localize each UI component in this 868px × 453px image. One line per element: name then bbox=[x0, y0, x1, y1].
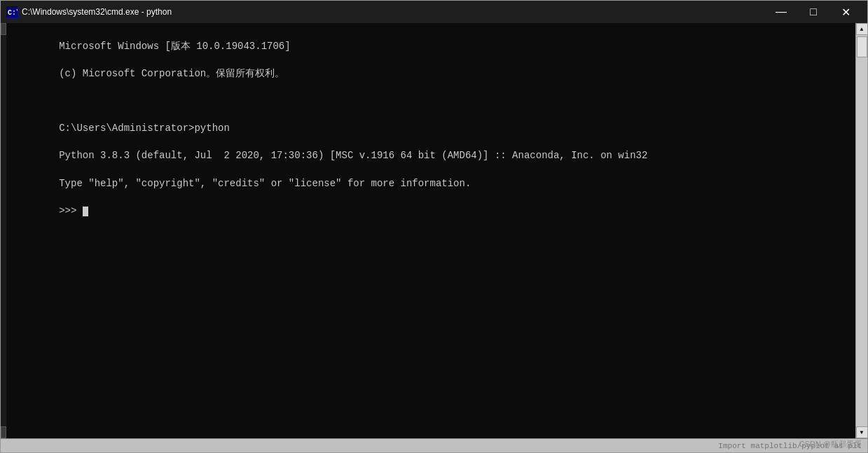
title-bar-left: C:\ C:\Windows\system32\cmd.exe - python bbox=[6, 6, 172, 18]
svg-text:C:\: C:\ bbox=[8, 9, 18, 17]
left-scrollbar[interactable] bbox=[1, 23, 6, 438]
line-windows-version: Microsoft Windows [版本 10.0.19043.1706] bbox=[59, 41, 290, 52]
scroll-track[interactable] bbox=[856, 35, 868, 426]
console-area: Microsoft Windows [版本 10.0.19043.1706] (… bbox=[1, 23, 867, 438]
line-ms-corp: (c) Microsoft Corporation。保留所有权利。 bbox=[59, 68, 284, 79]
window-controls: — □ ✕ bbox=[765, 1, 862, 23]
minimize-button[interactable]: — bbox=[765, 1, 797, 23]
left-scroll-up[interactable] bbox=[1, 23, 6, 35]
maximize-button[interactable]: □ bbox=[797, 1, 829, 23]
left-scroll-down[interactable] bbox=[1, 426, 6, 438]
bottom-bar: Import matplotlib/pyplot as plt CSDN @瓶邪… bbox=[1, 438, 867, 452]
line-python-version: Python 3.8.3 (default, Jul 2 2020, 17:30… bbox=[59, 150, 647, 161]
line-type-help: Type "help", "copyright", "credits" or "… bbox=[59, 178, 471, 189]
console-output: Microsoft Windows [版本 10.0.19043.1706] (… bbox=[12, 26, 850, 232]
cmd-icon: C:\ bbox=[6, 6, 18, 18]
cursor-blink bbox=[83, 207, 88, 216]
close-button[interactable]: ✕ bbox=[829, 1, 862, 23]
cmd-window: C:\ C:\Windows\system32\cmd.exe - python… bbox=[0, 0, 868, 453]
title-bar: C:\ C:\Windows\system32\cmd.exe - python… bbox=[1, 1, 867, 23]
scroll-thumb[interactable] bbox=[857, 36, 867, 57]
scroll-down-button[interactable]: ▼ bbox=[856, 426, 868, 438]
import-text: Import matplotlib/pyplot as plt bbox=[718, 442, 862, 450]
console-content[interactable]: Microsoft Windows [版本 10.0.19043.1706] (… bbox=[6, 23, 855, 438]
scroll-up-button[interactable]: ▲ bbox=[856, 23, 868, 35]
line-prompt2: >>> bbox=[59, 205, 88, 216]
line-prompt: C:\Users\Administrator>python bbox=[59, 123, 230, 134]
left-scroll-track bbox=[1, 35, 6, 426]
right-scrollbar[interactable]: ▲ ▼ bbox=[855, 23, 867, 438]
window-title: C:\Windows\system32\cmd.exe - python bbox=[22, 7, 172, 17]
